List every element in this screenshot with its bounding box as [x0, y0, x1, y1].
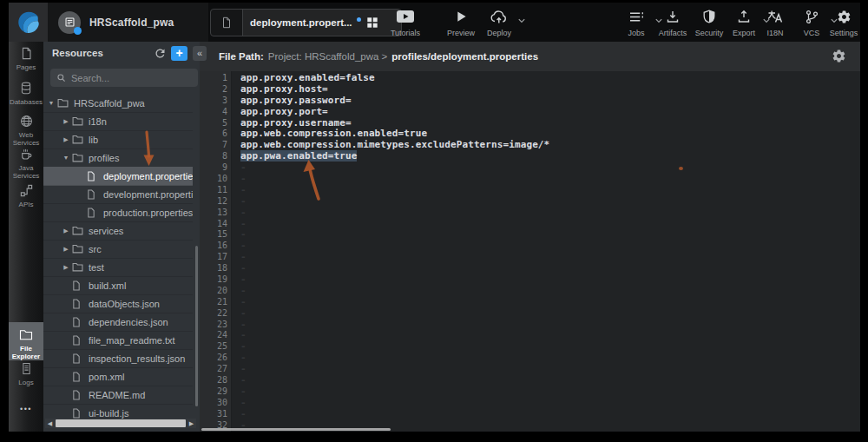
code-line[interactable]: 29-	[200, 386, 860, 398]
code-line[interactable]: 1app.proxy.enabled=false	[200, 73, 860, 84]
code-line[interactable]: 10-	[200, 174, 860, 185]
tree-item-deployment-properties[interactable]: deployment.properties	[43, 167, 193, 186]
tree-item-file-map-readme-txt[interactable]: file_map_readme.txt	[43, 331, 193, 350]
line-number[interactable]: 2	[200, 84, 233, 96]
line-number[interactable]: 4	[200, 107, 233, 118]
scroll-right-arrow-icon[interactable]: ▶	[187, 420, 196, 427]
line-number[interactable]: 30	[200, 398, 233, 409]
tree-item-dependencies-json[interactable]: dependencies.json	[43, 313, 193, 332]
code-line[interactable]: 8app.pwa.enabled=true	[200, 151, 860, 162]
sidebar-item-web-services[interactable]: WebServices	[9, 115, 43, 147]
tree-item-dataobjects-json[interactable]: dataObjects.json	[43, 294, 193, 313]
tree-item-readme-md[interactable]: README.md	[43, 386, 193, 405]
code-line[interactable]: 26-	[200, 353, 860, 364]
line-number[interactable]: 17	[200, 252, 233, 263]
line-number[interactable]: 19	[200, 274, 233, 286]
tree-horizontal-scrollbar[interactable]: ◀ ▶	[45, 419, 196, 428]
code-line[interactable]: 22-	[200, 308, 860, 320]
grid-icon[interactable]	[366, 16, 378, 29]
line-number[interactable]: 27	[200, 364, 233, 375]
tree-collapsed-icon[interactable]: ▶	[60, 118, 72, 125]
project-avatar[interactable]	[58, 11, 81, 34]
tree-item-pom-xml[interactable]: pom.xml	[43, 367, 193, 386]
sidebar-item-pages[interactable]: Pages	[9, 47, 43, 71]
tree-collapsed-icon[interactable]: ▶	[60, 264, 72, 271]
code-line[interactable]: 20-	[200, 286, 860, 297]
sidebar-more-button[interactable]: •••	[9, 405, 43, 413]
tree-expanded-icon[interactable]: ▼	[60, 155, 72, 161]
line-number[interactable]: 3	[200, 96, 233, 107]
sidebar-item-databases[interactable]: Databases	[9, 82, 43, 106]
code-line[interactable]: 9-	[200, 162, 860, 174]
line-number[interactable]: 14	[200, 219, 233, 230]
code-line[interactable]: 28-	[200, 375, 860, 386]
line-number[interactable]: 16	[200, 241, 233, 252]
line-number[interactable]: 22	[200, 308, 233, 320]
line-number[interactable]: 1	[200, 73, 233, 84]
line-number[interactable]: 21	[200, 297, 233, 308]
line-number[interactable]: 24	[200, 330, 233, 341]
code-editor[interactable]: 1app.proxy.enabled=false2app.proxy.host=…	[200, 71, 860, 432]
line-number[interactable]: 6	[200, 129, 233, 140]
code-line[interactable]: 27-	[200, 364, 860, 375]
tree-collapsed-icon[interactable]: ▶	[60, 228, 72, 234]
topbar-action-deploy[interactable]: Deploy	[471, 8, 527, 37]
line-number[interactable]: 31	[200, 409, 233, 420]
line-number[interactable]: 18	[200, 263, 233, 274]
sidebar-item-java-services[interactable]: JavaServices	[9, 148, 43, 180]
line-number[interactable]: 20	[200, 286, 233, 297]
code-line[interactable]: 11-	[200, 185, 860, 196]
code-line[interactable]: 19-	[200, 274, 860, 286]
tree-item-services[interactable]: ▶services	[43, 221, 193, 241]
topbar-action-settings[interactable]: Settings	[816, 8, 860, 37]
open-file-button[interactable]	[211, 10, 243, 36]
refresh-icon[interactable]	[154, 47, 168, 61]
line-number[interactable]: 25	[200, 341, 233, 353]
code-line[interactable]: 4app.proxy.port=	[200, 107, 860, 118]
tree-collapsed-icon[interactable]: ▶	[60, 136, 72, 143]
code-line[interactable]: 12-	[200, 196, 860, 208]
tree-item-src[interactable]: ▶src	[43, 240, 193, 259]
code-line[interactable]: 16-	[200, 241, 860, 252]
editor-horizontal-scrollbar[interactable]	[201, 428, 391, 431]
tree-item-production-properties[interactable]: production.properties	[43, 203, 193, 222]
line-number[interactable]: 23	[200, 320, 233, 331]
code-line[interactable]: 13-	[200, 208, 860, 219]
line-number[interactable]: 12	[200, 196, 233, 208]
line-number[interactable]: 11	[200, 185, 233, 196]
sidebar-item-logs[interactable]: Logs	[9, 362, 43, 386]
add-resource-button[interactable]: +	[171, 46, 187, 61]
tree-item-test[interactable]: ▶test	[43, 258, 193, 277]
line-number[interactable]: 5	[200, 118, 233, 129]
line-number[interactable]: 10	[200, 174, 233, 185]
topbar-action-tutorials[interactable]: Tutorials	[378, 8, 433, 37]
code-line[interactable]: 21-	[200, 297, 860, 308]
line-number[interactable]: 8	[200, 151, 233, 162]
tree-item-build-xml[interactable]: build.xml	[43, 276, 193, 295]
code-line[interactable]: 18-	[200, 263, 860, 274]
line-number[interactable]: 28	[200, 375, 233, 386]
code-line[interactable]: 2app.proxy.host=	[200, 84, 860, 96]
tree-expanded-icon[interactable]: ▼	[45, 100, 57, 106]
code-line[interactable]: 25-	[200, 341, 860, 353]
search-input[interactable]: Search...	[50, 69, 198, 87]
line-number[interactable]: 7	[200, 140, 233, 151]
tree-item-i18n[interactable]: ▶i18n	[43, 112, 193, 131]
code-line[interactable]: 15-	[200, 229, 860, 241]
code-line[interactable]: 33-	[200, 432, 860, 432]
code-line[interactable]: 3app.proxy.password=	[200, 96, 860, 107]
tree-item-inspection-results-json[interactable]: inspection_results.json	[43, 349, 193, 368]
code-line[interactable]: 14-	[200, 219, 860, 230]
tree-vertical-scrollbar[interactable]	[195, 246, 198, 406]
app-logo-button[interactable]	[9, 3, 48, 42]
editor-settings-gear-icon[interactable]	[832, 49, 846, 63]
tree-collapsed-icon[interactable]: ▶	[60, 246, 72, 253]
sidebar-item-file-explorer[interactable]: FileExplorer	[9, 322, 43, 360]
line-number[interactable]: 29	[200, 386, 233, 398]
code-line[interactable]: 30-	[200, 398, 860, 409]
code-line[interactable]: 23-	[200, 320, 860, 331]
code-line[interactable]: 17-	[200, 252, 860, 263]
scrollbar-thumb[interactable]	[56, 419, 186, 427]
tree-item-hrscaffold-pwa[interactable]: ▼HRScaffold_pwa	[43, 94, 193, 113]
line-number[interactable]: 9	[200, 162, 233, 174]
